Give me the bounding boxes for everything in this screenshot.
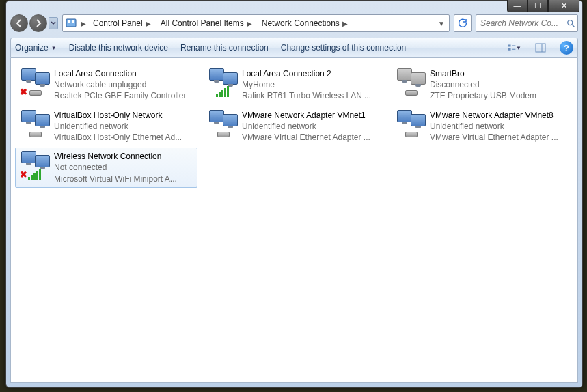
connection-text: VMware Network Adapter VMnet1Unidentifie… <box>242 110 370 143</box>
connection-device: ZTE Proprietary USB Modem <box>430 90 536 101</box>
network-adapter-icon: ✖ <box>20 151 50 178</box>
connection-title: VMware Network Adapter VMnet8 <box>430 110 558 121</box>
organize-menu[interactable]: Organize▼ <box>15 43 57 53</box>
recent-locations-button[interactable] <box>49 17 58 29</box>
chevron-right-icon: ▶ <box>341 20 349 27</box>
network-adapter-icon: ✖ <box>20 68 50 96</box>
connection-item[interactable]: Local Area Connection 2MyHomeRalink RT61… <box>203 65 385 105</box>
arrow-right-icon <box>34 19 42 27</box>
network-adapter-icon <box>208 110 238 137</box>
connection-status: Not connected <box>54 162 177 173</box>
connection-device: VMware Virtual Ethernet Adapter ... <box>430 132 558 143</box>
svg-rect-2 <box>72 20 74 23</box>
connection-status: Network cable unplugged <box>54 79 186 90</box>
address-bar[interactable]: ▶ Control Panel▶ All Control Panel Items… <box>62 14 450 32</box>
connection-item[interactable]: VMware Network Adapter VMnet1Unidentifie… <box>203 107 385 147</box>
maximize-button[interactable]: ☐ <box>528 0 548 12</box>
connection-item[interactable]: SmartBroDisconnectedZTE Proprietary USB … <box>391 65 573 105</box>
breadcrumb-control-panel[interactable]: Control Panel▶ <box>90 15 155 31</box>
connection-status: Unidentified network <box>430 121 558 132</box>
explorer-window: — ☐ ✕ ▶ Control Panel▶ All Control Panel… <box>5 0 583 388</box>
connection-text: VirtualBox Host-Only NetworkUnidentified… <box>54 110 182 143</box>
breadcrumb-label: All Control Panel Items <box>161 18 244 28</box>
connection-text: Wireless Network ConnectionNot connected… <box>54 151 177 184</box>
rename-connection-button[interactable]: Rename this connection <box>180 43 269 53</box>
ethernet-plug-icon <box>29 90 42 96</box>
control-panel-icon <box>66 18 77 29</box>
refresh-button[interactable] <box>454 14 472 32</box>
preview-pane-icon <box>535 42 546 53</box>
chevron-down-icon <box>51 21 56 25</box>
ethernet-plug-icon <box>217 132 230 137</box>
connection-status: Unidentified network <box>242 121 370 132</box>
connections-grid: ✖Local Area ConnectionNetwork cable unpl… <box>15 65 573 188</box>
forward-button[interactable] <box>29 14 47 32</box>
connection-text: Local Area ConnectionNetwork cable unplu… <box>54 68 186 102</box>
ethernet-plug-icon <box>405 90 418 96</box>
view-icon <box>508 42 516 53</box>
svg-rect-0 <box>66 19 76 27</box>
back-button[interactable] <box>10 14 28 32</box>
connection-text: Local Area Connection 2MyHomeRalink RT61… <box>242 68 371 102</box>
change-settings-button[interactable]: Change settings of this connection <box>281 43 406 53</box>
organize-label: Organize <box>15 43 49 53</box>
error-x-icon: ✖ <box>20 169 27 180</box>
wifi-bars-icon <box>216 86 229 97</box>
chevron-right-icon: ▶ <box>245 20 254 27</box>
svg-rect-1 <box>68 20 70 23</box>
network-adapter-icon <box>396 68 426 96</box>
view-options-button[interactable]: ▼ <box>508 41 521 55</box>
network-adapter-icon <box>208 68 238 96</box>
content-pane: ✖Local Area ConnectionNetwork cable unpl… <box>10 58 578 383</box>
connection-title: VMware Network Adapter VMnet1 <box>242 110 370 121</box>
error-x-icon: ✖ <box>20 87 27 97</box>
navigation-row: ▶ Control Panel▶ All Control Panel Items… <box>10 12 578 35</box>
breadcrumb-network-connections[interactable]: Network Connections▶ <box>259 15 352 31</box>
close-button[interactable]: ✕ <box>548 0 579 12</box>
search-input[interactable] <box>479 18 564 29</box>
connection-item[interactable]: VMware Network Adapter VMnet8Unidentifie… <box>391 107 573 147</box>
connection-device: VirtualBox Host-Only Ethernet Ad... <box>54 132 182 143</box>
connection-device: Microsoft Virtual WiFi Miniport A... <box>54 173 177 184</box>
wifi-bars-icon <box>28 169 41 180</box>
breadcrumb-label: Control Panel <box>93 18 143 28</box>
connection-item[interactable]: ✖Wireless Network ConnectionNot connecte… <box>15 148 197 188</box>
preview-pane-button[interactable] <box>534 41 547 55</box>
connection-title: Local Area Connection <box>54 68 186 79</box>
svg-rect-6 <box>508 48 511 51</box>
window-controls: — ☐ ✕ <box>507 0 579 12</box>
connection-text: SmartBroDisconnectedZTE Proprietary USB … <box>430 68 536 102</box>
connection-device: Realtek PCIe GBE Family Controller <box>54 90 186 101</box>
minimize-button[interactable]: — <box>507 0 528 12</box>
chevron-down-icon: ▼ <box>516 45 521 51</box>
breadcrumb-separator-icon: ▶ <box>79 20 87 27</box>
arrow-left-icon <box>15 19 23 27</box>
connection-device: Ralink RT61 Turbo Wireless LAN ... <box>242 90 371 101</box>
connection-title: SmartBro <box>430 68 536 79</box>
ethernet-plug-icon <box>405 132 418 137</box>
connection-title: VirtualBox Host-Only Network <box>54 110 182 121</box>
connection-device: VMware Virtual Ethernet Adapter ... <box>242 132 370 143</box>
connection-status: Disconnected <box>430 79 536 90</box>
connection-title: Wireless Network Connection <box>54 151 177 162</box>
help-button[interactable]: ? <box>560 41 573 55</box>
refresh-icon <box>458 18 467 28</box>
connection-text: VMware Network Adapter VMnet8Unidentifie… <box>430 110 558 143</box>
svg-line-4 <box>572 25 575 27</box>
connection-item[interactable]: ✖Local Area ConnectionNetwork cable unpl… <box>15 65 197 105</box>
svg-rect-9 <box>536 44 545 52</box>
search-box[interactable] <box>476 14 578 32</box>
connection-item[interactable]: VirtualBox Host-Only NetworkUnidentified… <box>15 107 197 147</box>
network-adapter-icon <box>396 110 426 137</box>
command-bar: Organize▼ Disable this network device Re… <box>10 38 578 58</box>
chevron-down-icon: ▼ <box>51 45 57 51</box>
search-icon <box>566 18 575 28</box>
connection-status: Unidentified network <box>54 121 182 132</box>
connection-title: Local Area Connection 2 <box>242 68 371 79</box>
chevron-down-icon[interactable]: ▼ <box>437 20 446 27</box>
ethernet-plug-icon <box>29 132 42 137</box>
svg-point-3 <box>567 20 572 25</box>
breadcrumb-all-items[interactable]: All Control Panel Items▶ <box>158 15 256 31</box>
network-adapter-icon <box>20 110 50 137</box>
disable-device-button[interactable]: Disable this network device <box>69 43 168 53</box>
